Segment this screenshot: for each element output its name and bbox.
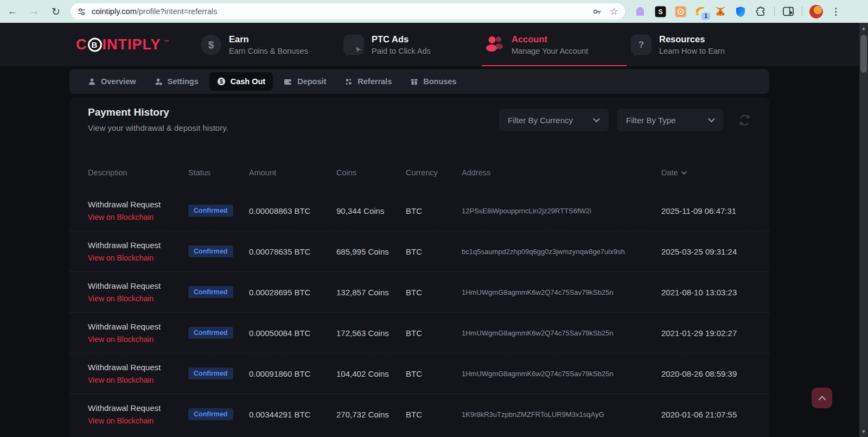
- metamask-fox-icon[interactable]: [714, 5, 727, 18]
- nav-earn-subtitle: Earn Coins & Bonuses: [229, 47, 308, 55]
- rss-extension-icon[interactable]: 1: [694, 5, 707, 18]
- row-coins: 90,344 Coins: [336, 206, 384, 215]
- sort-chevron-icon: [681, 171, 687, 175]
- dollar-icon: $: [201, 34, 221, 55]
- row-amount: 0.00078635 BTC: [249, 247, 310, 256]
- tab-overview-label: Overview: [101, 77, 136, 86]
- nav-item-ptc-ads[interactable]: PTC Ads Paid to Click Ads: [343, 34, 431, 55]
- view-on-blockchain-link[interactable]: View on Blockchain: [88, 213, 161, 221]
- nav-item-resources[interactable]: ? Resources Learn How to Earn: [631, 34, 725, 55]
- row-amount: 0.00050084 BTC: [249, 328, 310, 338]
- row-coins: 132,857 Coins: [336, 288, 389, 297]
- column-header-date[interactable]: Date: [661, 168, 687, 177]
- url-text[interactable]: cointiply.com/profile?intent=referrals: [92, 7, 584, 16]
- refresh-icon[interactable]: [738, 114, 751, 129]
- logo-text-c: C: [76, 36, 87, 53]
- scrollbar-down-arrow[interactable]: ▼: [859, 427, 868, 436]
- row-description: Withdrawal Request: [88, 403, 161, 413]
- nav-account-subtitle: Manage Your Account: [512, 47, 588, 55]
- active-nav-underline: [482, 65, 627, 66]
- column-header-amount: Amount: [249, 168, 276, 177]
- filter-currency-label: Filter By Currency: [508, 116, 573, 125]
- bitcoin-coin-icon: B: [88, 37, 102, 52]
- row-currency: BTC: [406, 288, 422, 297]
- column-header-address: Address: [462, 168, 490, 177]
- row-currency: BTC: [406, 247, 422, 256]
- ghost-extension-icon[interactable]: [634, 5, 647, 18]
- table-row: Withdrawal Request View on Blockchain Co…: [69, 271, 769, 312]
- side-panel-search-icon[interactable]: [782, 5, 795, 18]
- status-badge: Confirmed: [188, 245, 233, 257]
- password-key-icon[interactable]: [592, 7, 602, 17]
- filter-type-label: Filter By Type: [626, 116, 675, 125]
- chevron-up-icon: [818, 395, 826, 401]
- row-date: 2021-01-29 19:02:27: [661, 328, 737, 338]
- filter-by-type-select[interactable]: Filter By Type: [617, 109, 724, 131]
- browser-chrome: ← → ↻ cointiply.com/profile?intent=refer…: [0, 0, 868, 23]
- tab-referrals[interactable]: Referrals: [337, 72, 399, 91]
- view-on-blockchain-link[interactable]: View on Blockchain: [88, 254, 161, 262]
- page-scrollbar[interactable]: ▲ ▼: [859, 23, 868, 437]
- scrollbar-thumb[interactable]: [860, 35, 867, 73]
- row-date: 2025-11-09 06:47:31: [661, 206, 736, 215]
- view-on-blockchain-link[interactable]: View on Blockchain: [88, 416, 161, 425]
- tab-bonuses[interactable]: Bonuses: [403, 72, 464, 91]
- row-description: Withdrawal Request: [88, 240, 161, 250]
- row-coins: 172,563 Coins: [336, 328, 389, 338]
- row-amount: 0.00008863 BTC: [249, 206, 310, 215]
- row-date: 2025-03-25 09:31:24: [661, 247, 737, 256]
- tab-cash-out[interactable]: $ Cash Out: [209, 72, 273, 91]
- nav-ptc-title: PTC Ads: [372, 34, 431, 45]
- row-address: 1HmUWgmG8agmmK6w2Q74c75Sav79kSb25n: [462, 329, 614, 337]
- row-address: 1K9r8kR3uTzpbnZMZFRToLUR9M3x1sqAyG: [462, 410, 604, 419]
- row-address: bc1q5saumpd2zhp09q6gg0z3jwmzynqw8ge7ulx9…: [462, 248, 625, 256]
- row-date: 2020-01-06 21:07:55: [661, 410, 737, 419]
- cointiply-logo[interactable]: CBINTIPLY ™: [76, 36, 170, 53]
- row-address: 1HmUWgmG8agmmK6w2Q74c75Sav79kSb25n: [462, 288, 614, 296]
- question-bubble-icon: ?: [631, 34, 652, 55]
- dark-s-extension-icon[interactable]: S: [654, 5, 667, 18]
- orange-target-extension-icon[interactable]: [674, 5, 687, 18]
- page-title: Payment History: [88, 106, 169, 118]
- browser-back-button[interactable]: ←: [3, 2, 22, 21]
- nav-item-account[interactable]: Account Manage Your Account: [484, 34, 588, 55]
- column-header-coins: Coins: [336, 168, 356, 177]
- browser-forward-button[interactable]: →: [25, 2, 43, 21]
- tab-overview[interactable]: Overview: [80, 72, 144, 91]
- address-bar[interactable]: cointiply.com/profile?intent=referrals ☆: [71, 3, 625, 20]
- status-badge: Confirmed: [188, 368, 233, 379]
- status-badge: Confirmed: [188, 408, 233, 420]
- scrollbar-up-arrow[interactable]: ▲: [859, 24, 868, 33]
- status-badge: Confirmed: [188, 286, 233, 298]
- row-description: Withdrawal Request: [88, 322, 161, 331]
- row-amount: 0.00091860 BTC: [249, 369, 310, 378]
- view-on-blockchain-link[interactable]: View on Blockchain: [88, 294, 161, 303]
- status-badge: Confirmed: [188, 327, 233, 339]
- scroll-to-top-button[interactable]: [812, 388, 832, 408]
- account-tabbar: Overview Settings $ Cash Out Deposit Ref…: [69, 69, 769, 94]
- extensions-puzzle-icon[interactable]: [754, 5, 767, 18]
- profile-avatar[interactable]: [809, 5, 823, 18]
- table-row: Withdrawal Request View on Blockchain Co…: [69, 231, 769, 271]
- table-row: Withdrawal Request View on Blockchain Co…: [69, 394, 769, 434]
- browser-menu-icon[interactable]: ⋮: [831, 6, 840, 17]
- filter-by-currency-select[interactable]: Filter By Currency: [499, 109, 609, 131]
- toolbar-separator: [774, 7, 775, 16]
- tab-deposit[interactable]: Deposit: [276, 72, 334, 91]
- view-on-blockchain-link[interactable]: View on Blockchain: [88, 376, 161, 384]
- view-on-blockchain-link[interactable]: View on Blockchain: [88, 335, 161, 344]
- nav-item-earn[interactable]: $ Earn Earn Coins & Bonuses: [201, 34, 308, 55]
- row-currency: BTC: [406, 410, 422, 419]
- shield-extension-icon[interactable]: [734, 5, 747, 18]
- row-description: Withdrawal Request: [88, 200, 161, 209]
- tab-settings[interactable]: Settings: [147, 72, 206, 91]
- table-row: Withdrawal Request View on Blockchain Co…: [69, 353, 769, 394]
- browser-reload-button[interactable]: ↻: [47, 2, 65, 21]
- site-settings-icon[interactable]: [77, 7, 86, 16]
- bookmark-star-icon[interactable]: ☆: [610, 5, 618, 17]
- logo-text-rest: INTIPLY: [103, 36, 161, 53]
- extension-badge: 1: [701, 12, 710, 20]
- nav-account-title: Account: [512, 34, 588, 45]
- row-date: 2020-08-26 08:59:39: [661, 369, 737, 378]
- row-description: Withdrawal Request: [88, 363, 161, 372]
